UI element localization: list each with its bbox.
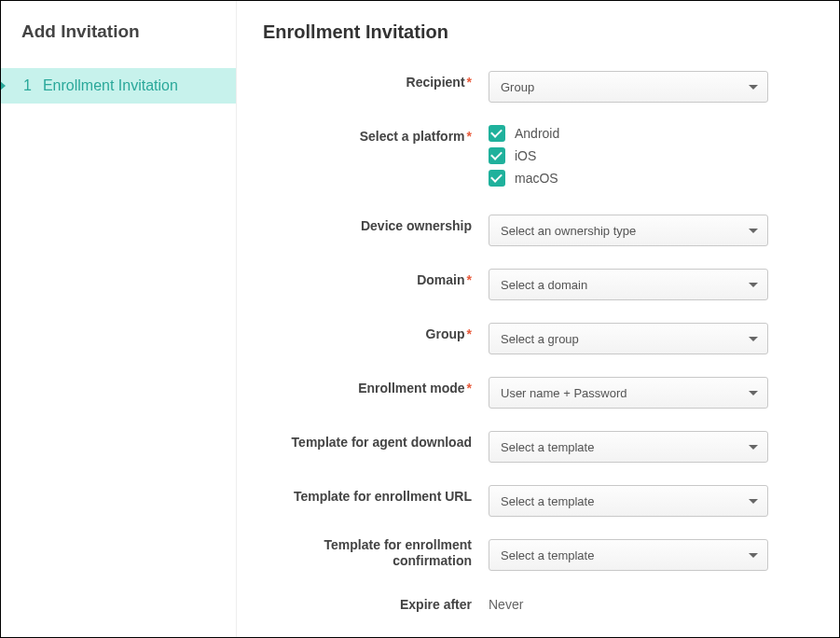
platform-macos-label: macOS — [515, 171, 558, 186]
group-value: Select a group — [501, 332, 579, 346]
main-panel: Enrollment Invitation Recipient* Group S… — [237, 1, 839, 637]
template-confirm-select[interactable]: Select a template — [489, 539, 768, 571]
caret-down-icon — [749, 337, 758, 341]
platform-ios-row[interactable]: iOS — [489, 147, 813, 164]
template-agent-select[interactable]: Select a template — [489, 431, 768, 463]
label-max-attempts: Maximum Attempts — [351, 635, 472, 637]
caret-down-icon — [749, 283, 758, 287]
checkbox-checked-icon — [489, 170, 505, 187]
enrollment-mode-value: User name + Password — [501, 386, 627, 400]
step-label: Enrollment Invitation — [43, 77, 178, 94]
platform-macos-row[interactable]: macOS — [489, 170, 813, 187]
label-template-confirm: Template for enrollment confirmation — [324, 537, 472, 568]
checkbox-checked-icon — [489, 147, 505, 164]
label-group: Group* — [426, 326, 472, 341]
template-url-select[interactable]: Select a template — [489, 485, 768, 517]
label-select-platform: Select a platform* — [360, 129, 472, 144]
label-device-ownership: Device ownership — [361, 218, 472, 233]
enrollment-mode-select[interactable]: User name + Password — [489, 377, 768, 409]
label-template-url: Template for enrollment URL — [294, 489, 472, 504]
caret-down-icon — [749, 553, 758, 558]
label-template-agent: Template for agent download — [292, 435, 472, 450]
template-agent-value: Select a template — [501, 440, 594, 454]
page-title: Enrollment Invitation — [263, 21, 813, 43]
device-ownership-select[interactable]: Select an ownership type — [489, 215, 768, 246]
max-attempts-value: 0 — [489, 631, 496, 637]
device-ownership-value: Select an ownership type — [501, 224, 636, 238]
recipient-select[interactable]: Group — [489, 71, 768, 103]
caret-down-icon — [749, 229, 758, 233]
domain-value: Select a domain — [501, 278, 587, 292]
step-enrollment-invitation[interactable]: 1 Enrollment Invitation — [1, 68, 236, 104]
caret-down-icon — [749, 391, 758, 395]
sidebar: Add Invitation 1 Enrollment Invitation — [1, 1, 237, 637]
sidebar-title: Add Invitation — [21, 21, 215, 42]
label-enrollment-mode: Enrollment mode* — [358, 381, 472, 395]
step-number: 1 — [23, 77, 32, 94]
platform-android-row[interactable]: Android — [489, 125, 813, 142]
platform-ios-label: iOS — [515, 148, 536, 163]
caret-right-icon — [0, 81, 6, 90]
label-recipient: Recipient* — [406, 75, 472, 90]
label-domain: Domain* — [417, 272, 472, 287]
group-select[interactable]: Select a group — [489, 323, 768, 354]
caret-down-icon — [749, 85, 758, 90]
label-expire-after: Expire after — [400, 597, 472, 612]
expire-after-value: Never — [489, 593, 523, 612]
caret-down-icon — [749, 499, 758, 504]
template-confirm-value: Select a template — [501, 548, 594, 562]
recipient-value: Group — [501, 80, 534, 94]
platform-android-label: Android — [515, 126, 559, 141]
caret-down-icon — [749, 445, 758, 450]
template-url-value: Select a template — [501, 494, 594, 508]
checkbox-checked-icon — [489, 125, 505, 142]
domain-select[interactable]: Select a domain — [489, 269, 768, 300]
